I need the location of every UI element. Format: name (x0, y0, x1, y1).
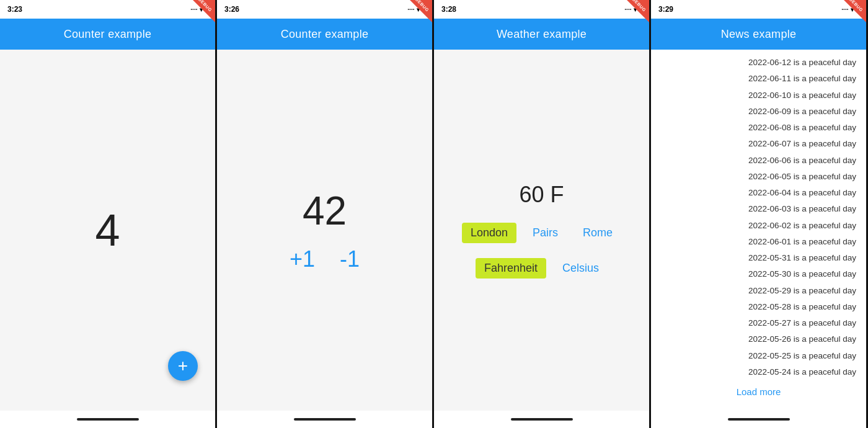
app-bar-1: Counter example (0, 19, 215, 50)
increment-button[interactable]: +1 (290, 246, 315, 272)
counter-value-1: 4 (95, 205, 120, 256)
decrement-button[interactable]: -1 (340, 246, 360, 272)
list-item: 2022-06-01 is a peaceful day (651, 234, 866, 250)
list-item: 2022-05-25 is a peaceful day (651, 348, 866, 364)
signal-icon-1: ···· (190, 6, 197, 13)
app-bar-2: Counter example (217, 19, 432, 50)
list-item: 2022-05-29 is a peaceful day (651, 283, 866, 299)
app-bar-title-4: News example (721, 28, 797, 41)
city-london-button[interactable]: London (462, 223, 516, 243)
status-bar-1: 3:23 ···· ▾ ▪ DEBUG (0, 0, 215, 19)
signal-icon-2: ···· (407, 6, 414, 13)
home-bar-1 (77, 418, 139, 421)
load-more-button[interactable]: Load more (651, 380, 866, 403)
fab-button-1[interactable]: + (168, 351, 198, 381)
home-indicator-4 (651, 411, 866, 428)
home-indicator-2 (217, 411, 432, 428)
phone-weather: 3:28 ···· ▾ ▪ DEBUG Weather example 60 F… (434, 0, 651, 428)
signal-icon-4: ···· (841, 6, 848, 13)
weather-temperature: 60 F (519, 182, 564, 208)
list-item: 2022-05-24 is a peaceful day (651, 364, 866, 380)
list-item: 2022-06-04 is a peaceful day (651, 185, 866, 201)
app-bar-title-3: Weather example (497, 28, 587, 41)
counter2-buttons: +1 -1 (290, 246, 360, 272)
list-item: 2022-06-02 is a peaceful day (651, 218, 866, 234)
home-indicator-3 (434, 411, 649, 428)
list-item: 2022-05-31 is a peaceful day (651, 250, 866, 266)
list-item: 2022-05-28 is a peaceful day (651, 299, 866, 315)
list-item: 2022-05-30 is a peaceful day (651, 266, 866, 282)
status-time-1: 3:23 (7, 5, 22, 14)
status-bar-3: 3:28 ···· ▾ ▪ DEBUG (434, 0, 649, 19)
app-bar-title-2: Counter example (281, 28, 369, 41)
news-list: 2022-06-12 is a peaceful day 2022-06-11 … (651, 50, 866, 411)
status-bar-4: 3:29 ···· ▾ ▪ DEBUG (651, 0, 866, 19)
home-indicator-1 (0, 411, 215, 428)
phone-counter1: 3:23 ···· ▾ ▪ DEBUG Counter example 4 + (0, 0, 217, 428)
weather-cities: London Pairs Rome (462, 223, 621, 243)
list-item: 2022-06-06 is a peaceful day (651, 153, 866, 169)
weather-units: Fahrenheit Celsius (476, 258, 608, 279)
content-area-3: 60 F London Pairs Rome Fahrenheit Celsiu… (434, 50, 649, 411)
list-item: 2022-06-05 is a peaceful day (651, 169, 866, 185)
status-time-4: 3:29 (658, 5, 673, 14)
status-time-3: 3:28 (441, 5, 456, 14)
list-item: 2022-06-09 is a peaceful day (651, 104, 866, 120)
home-bar-2 (294, 418, 356, 421)
content-area-2: 42 +1 -1 (217, 50, 432, 411)
app-bar-4: News example (651, 19, 866, 50)
city-paris-button[interactable]: Pairs (524, 223, 567, 243)
counter2-container: 42 +1 -1 (290, 188, 360, 272)
list-item: 2022-06-10 is a peaceful day (651, 87, 866, 104)
app-bar-3: Weather example (434, 19, 649, 50)
list-item: 2022-06-07 is a peaceful day (651, 136, 866, 152)
weather-container: 60 F London Pairs Rome Fahrenheit Celsiu… (462, 182, 621, 279)
content-area-1: 4 + (0, 50, 215, 411)
phone-news: 3:29 ···· ▾ ▪ DEBUG News example 2022-06… (651, 0, 868, 428)
unit-fahrenheit-button[interactable]: Fahrenheit (476, 258, 546, 279)
list-item: 2022-06-12 is a peaceful day (651, 55, 866, 71)
status-time-2: 3:26 (224, 5, 239, 14)
phone-counter2: 3:26 ···· ▾ ▪ DEBUG Counter example 42 +… (217, 0, 434, 428)
signal-icon-3: ···· (624, 6, 631, 13)
app-bar-title-1: Counter example (64, 28, 152, 41)
status-bar-2: 3:26 ···· ▾ ▪ DEBUG (217, 0, 432, 19)
list-item: 2022-05-27 is a peaceful day (651, 315, 866, 331)
home-bar-3 (511, 418, 573, 421)
list-item: 2022-05-26 is a peaceful day (651, 331, 866, 347)
unit-celsius-button[interactable]: Celsius (554, 258, 608, 279)
counter2-value: 42 (303, 188, 347, 234)
list-item: 2022-06-03 is a peaceful day (651, 201, 866, 217)
home-bar-4 (728, 418, 790, 421)
list-item: 2022-06-08 is a peaceful day (651, 120, 866, 136)
city-rome-button[interactable]: Rome (574, 223, 621, 243)
list-item: 2022-06-11 is a peaceful day (651, 71, 866, 87)
